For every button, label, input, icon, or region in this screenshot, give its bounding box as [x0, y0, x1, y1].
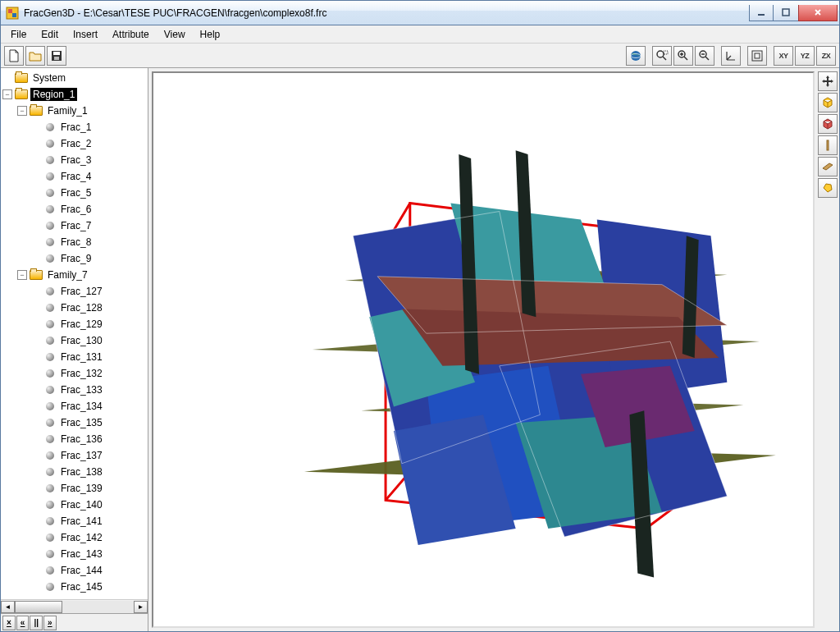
- tree-node-fracture[interactable]: Frac_142: [2, 529, 146, 546]
- new-file-button[interactable]: [4, 46, 24, 66]
- zoom-window-button[interactable]: [652, 46, 672, 66]
- scroll-left-button[interactable]: ◄: [1, 601, 15, 613]
- svg-rect-2: [12, 13, 16, 17]
- tree-label: Frac_138: [58, 465, 105, 479]
- sphere-icon: [46, 402, 54, 410]
- tree-node-fracture[interactable]: Frac_9: [2, 250, 146, 267]
- tree-node-fracture[interactable]: Frac_135: [2, 414, 146, 431]
- line-tool-button[interactable]: [818, 135, 838, 155]
- playback-pause-button[interactable]: ||: [30, 616, 43, 630]
- playback-forward-button[interactable]: »: [43, 616, 57, 630]
- fracture-tool-button[interactable]: [818, 178, 838, 198]
- scroll-right-button[interactable]: ►: [134, 601, 148, 613]
- tree-node-fracture[interactable]: Frac_7: [2, 218, 146, 234]
- svg-rect-1: [8, 9, 12, 13]
- save-file-button[interactable]: [47, 46, 66, 66]
- tree-node-fracture[interactable]: Frac_140: [2, 497, 146, 513]
- viewport-3d[interactable]: [152, 71, 815, 628]
- tree-node-fracture[interactable]: Frac_144: [2, 562, 146, 579]
- close-button[interactable]: [798, 5, 838, 21]
- folder-icon: [15, 73, 28, 83]
- tree-spacer: [32, 237, 42, 247]
- tree-node-fracture[interactable]: Frac_143: [2, 546, 146, 562]
- tree-node-fracture[interactable]: Frac_127: [2, 283, 146, 300]
- sphere-icon: [46, 254, 54, 263]
- maximize-button[interactable]: [774, 5, 798, 21]
- tree-node-fracture[interactable]: Frac_1: [2, 119, 146, 135]
- menu-attribute[interactable]: Attribute: [106, 27, 156, 42]
- zoom-out-button[interactable]: [695, 46, 714, 66]
- plane-tool-button[interactable]: [818, 157, 838, 176]
- tree-spacer: [32, 204, 42, 214]
- tree-label: Frac_2: [58, 137, 94, 150]
- tree-node-fracture[interactable]: Frac_130: [2, 332, 146, 349]
- bbox-tool-button[interactable]: [818, 93, 838, 112]
- scroll-track[interactable]: [15, 601, 134, 613]
- tree-node-fracture[interactable]: Frac_138: [2, 464, 146, 480]
- expander-icon[interactable]: −: [17, 270, 27, 280]
- tree-node-fracture[interactable]: Frac_2: [2, 135, 146, 152]
- tree-node-fracture[interactable]: Frac_136: [2, 431, 146, 447]
- tree-node-fracture[interactable]: Frac_128: [2, 300, 146, 316]
- axes-button[interactable]: [721, 46, 741, 66]
- folder-icon: [30, 270, 43, 280]
- tree-spacer: [32, 254, 42, 263]
- menu-edit[interactable]: Edit: [34, 27, 65, 42]
- zoom-in-button[interactable]: [673, 46, 693, 66]
- tree-view[interactable]: System−Region_1−Family_1Frac_1Frac_2Frac…: [1, 68, 148, 599]
- sphere-icon: [46, 189, 54, 197]
- tree-node-fracture[interactable]: Frac_141: [2, 513, 146, 529]
- tree-node-fracture[interactable]: Frac_3: [2, 152, 146, 168]
- svg-point-8: [631, 51, 641, 61]
- tree-node-fracture[interactable]: Frac_145: [2, 579, 146, 595]
- tree-node-fracture[interactable]: Frac_132: [2, 365, 146, 382]
- tree-node-fracture[interactable]: Frac_139: [2, 480, 146, 497]
- scroll-thumb[interactable]: [15, 601, 62, 613]
- tree-spacer: [32, 533, 42, 543]
- globe-button[interactable]: [626, 46, 646, 66]
- tree-node-fracture[interactable]: Frac_134: [2, 398, 146, 414]
- tree-node-system[interactable]: System: [2, 70, 146, 86]
- menu-help[interactable]: Help: [194, 27, 227, 42]
- tree-node-fracture[interactable]: Frac_6: [2, 201, 146, 218]
- tree-node-fracture[interactable]: Frac_131: [2, 349, 146, 365]
- svg-rect-14: [752, 51, 762, 61]
- sphere-icon: [46, 337, 54, 345]
- sphere-icon: [46, 140, 54, 148]
- tree-node-fracture[interactable]: Frac_4: [2, 168, 146, 185]
- tree-label: Frac_131: [58, 350, 105, 364]
- tree-spacer: [32, 352, 42, 362]
- tree-node-family[interactable]: −Family_1: [2, 103, 146, 119]
- sidebar-h-scrollbar[interactable]: ◄ ►: [1, 599, 148, 613]
- sphere-icon: [46, 205, 54, 213]
- tree-node-fracture[interactable]: Frac_133: [2, 382, 146, 398]
- region-tool-button[interactable]: [818, 114, 838, 134]
- expander-icon[interactable]: −: [2, 89, 12, 99]
- menu-view[interactable]: View: [158, 27, 192, 42]
- sphere-icon: [46, 501, 54, 509]
- content-area: System−Region_1−Family_1Frac_1Frac_2Frac…: [1, 68, 839, 631]
- playback-close-button[interactable]: ×: [2, 616, 16, 630]
- view-xy-button[interactable]: XY: [774, 46, 793, 66]
- tree-label: Frac_4: [58, 170, 94, 183]
- fit-button[interactable]: [747, 46, 767, 66]
- view-zx-button[interactable]: ZX: [816, 46, 836, 66]
- tree-label: Frac_9: [58, 252, 94, 265]
- sphere-icon: [46, 238, 54, 246]
- tree-spacer: [32, 188, 42, 198]
- tree-node-region[interactable]: −Region_1: [2, 86, 146, 103]
- tree-node-fracture[interactable]: Frac_8: [2, 234, 146, 250]
- move-tool-button[interactable]: [818, 71, 838, 91]
- minimize-button[interactable]: [749, 5, 774, 21]
- tree-node-fracture[interactable]: Frac_5: [2, 185, 146, 201]
- tree-node-family[interactable]: −Family_7: [2, 267, 146, 283]
- menu-file[interactable]: File: [4, 27, 33, 42]
- view-yz-button[interactable]: YZ: [795, 46, 815, 66]
- tree-node-fracture[interactable]: Frac_137: [2, 447, 146, 464]
- playback-rewind-button[interactable]: «: [16, 616, 30, 630]
- tree-node-fracture[interactable]: Frac_129: [2, 316, 146, 332]
- open-file-button[interactable]: [25, 46, 45, 66]
- tree-label: Frac_134: [58, 400, 105, 413]
- expander-icon[interactable]: −: [17, 106, 27, 116]
- menu-insert[interactable]: Insert: [66, 27, 104, 42]
